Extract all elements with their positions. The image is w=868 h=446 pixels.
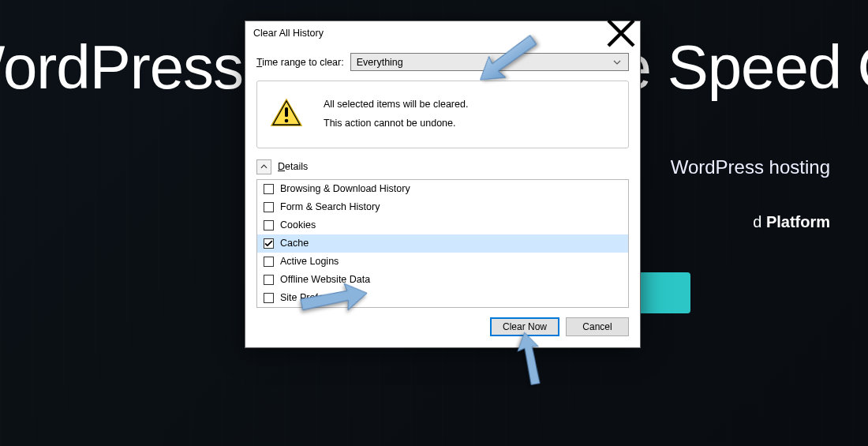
checkbox[interactable] <box>264 220 274 230</box>
details-list: Browsing & Download History Form & Searc… <box>256 179 629 308</box>
time-range-label: Time range to clear: <box>256 57 344 68</box>
chevron-up-icon <box>256 159 271 174</box>
hero-small-prefix: d <box>753 213 766 230</box>
details-rest: etails <box>285 161 308 172</box>
list-item-label: Cookies <box>280 219 316 230</box>
warning-line-1: All selected items will be cleared. <box>324 96 468 114</box>
dialog-body: Time range to clear: Everything All sele… <box>245 45 640 347</box>
dialog-title: Clear All History <box>253 28 605 39</box>
close-icon <box>605 17 637 49</box>
list-item-label: Active Logins <box>280 256 339 267</box>
list-item[interactable]: Active Logins <box>257 253 628 271</box>
details-label: Details <box>278 161 308 172</box>
checkbox[interactable] <box>264 257 274 267</box>
time-range-value: Everything <box>357 57 403 68</box>
time-range-row: Time range to clear: Everything <box>256 53 629 71</box>
dialog-titlebar: Clear All History <box>245 21 640 45</box>
close-button[interactable] <box>605 23 637 43</box>
list-item[interactable]: Offline Website Data <box>257 271 628 289</box>
checkbox[interactable] <box>264 238 274 249</box>
warning-text: All selected items will be cleared. This… <box>324 96 468 133</box>
list-item-label: Site Preferences <box>280 292 353 303</box>
checkbox[interactable] <box>264 293 274 303</box>
cancel-button[interactable]: Cancel <box>566 317 629 336</box>
list-item-label: Form & Search History <box>280 201 380 212</box>
details-underline: D <box>278 161 285 172</box>
warning-icon <box>270 98 303 130</box>
list-item-label: Offline Website Data <box>280 274 370 285</box>
time-range-select[interactable]: Everything <box>350 53 629 71</box>
clear-now-button[interactable]: Clear Now <box>490 317 559 336</box>
list-item[interactable]: Form & Search History <box>257 198 628 216</box>
time-range-label-rest: ime range to clear: <box>262 57 344 68</box>
hero-subtitle: WordPress hosting <box>671 156 830 178</box>
clear-history-dialog: Clear All History Time range to clear: E… <box>245 21 641 348</box>
svg-point-1 <box>285 119 289 123</box>
list-item[interactable]: Browsing & Download History <box>257 180 628 198</box>
chevron-down-icon <box>609 54 625 70</box>
checkbox[interactable] <box>264 202 274 212</box>
details-header[interactable]: Details <box>256 159 629 174</box>
svg-rect-0 <box>285 107 288 117</box>
dialog-button-row: Clear Now Cancel <box>256 317 629 336</box>
hero-small-bold: Platform <box>766 213 830 230</box>
checkbox[interactable] <box>264 275 274 285</box>
checkbox[interactable] <box>264 184 274 194</box>
warning-box: All selected items will be cleared. This… <box>256 81 629 148</box>
warning-line-2: This action cannot be undone. <box>324 114 468 133</box>
list-item-label: Cache <box>280 238 309 249</box>
list-item[interactable]: Cookies <box>257 216 628 234</box>
list-item-label: Browsing & Download History <box>280 183 410 194</box>
hero-platform-text: d Platform <box>753 213 830 231</box>
list-item[interactable]: Site Preferences <box>257 289 628 307</box>
list-item[interactable]: Cache <box>257 234 628 253</box>
